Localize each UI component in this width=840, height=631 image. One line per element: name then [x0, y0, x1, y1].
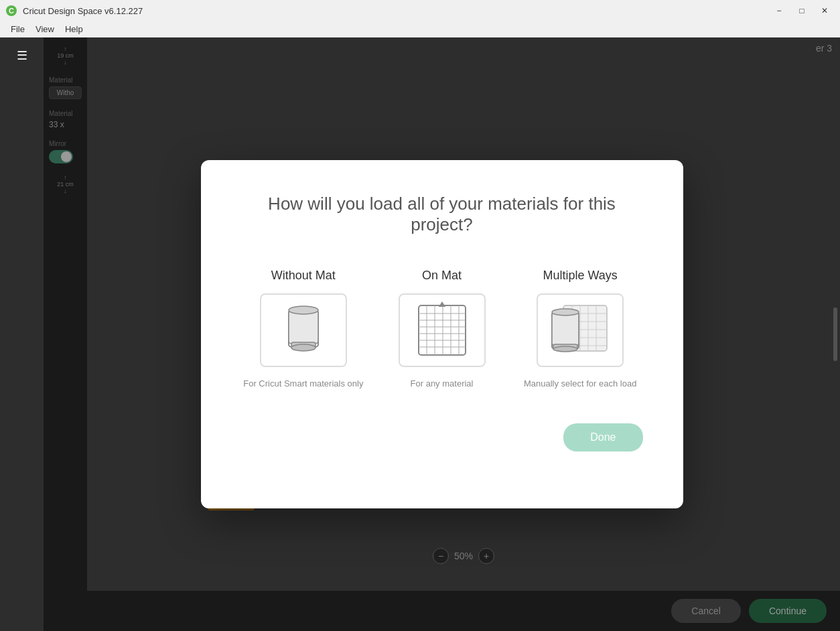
svg-point-4: [289, 306, 318, 314]
done-button[interactable]: Done: [563, 423, 642, 451]
option-without-mat[interactable]: Without Mat F: [241, 269, 366, 390]
svg-rect-31: [552, 312, 579, 346]
menu-help[interactable]: Help: [60, 23, 88, 36]
window-controls: − □ ✕: [769, 3, 835, 19]
menu-bar: File View Help: [0, 21, 840, 38]
multiple-ways-icon: [547, 300, 614, 360]
modal-dialog: How will you load all of your materials …: [201, 160, 683, 508]
hamburger-menu[interactable]: ☰: [11, 43, 33, 68]
svg-point-34: [553, 346, 577, 352]
on-mat-title: On Mat: [422, 269, 462, 283]
menu-file[interactable]: File: [5, 23, 30, 36]
modal-options: Without Mat F: [241, 269, 643, 390]
on-mat-icon-box[interactable]: [399, 293, 486, 367]
svg-point-6: [291, 344, 316, 351]
option-on-mat[interactable]: On Mat: [379, 269, 504, 390]
multiple-ways-desc: Manually select for each load: [524, 378, 636, 390]
menu-view[interactable]: View: [30, 23, 60, 36]
svg-rect-3: [289, 310, 318, 344]
modal-title: How will you load all of your materials …: [241, 194, 643, 235]
svg-point-32: [552, 309, 579, 316]
maximize-button[interactable]: □: [792, 3, 812, 19]
option-multiple-ways[interactable]: Multiple Ways: [518, 269, 643, 390]
main-content: ↑ 19 cm ↓ Material Witho Material 33 x M…: [44, 38, 840, 631]
multiple-ways-icon-box[interactable]: [537, 293, 624, 367]
close-button[interactable]: ✕: [815, 3, 835, 19]
scroll-icon: [277, 303, 330, 357]
without-mat-desc: For Cricut Smart materials only: [243, 378, 363, 390]
without-mat-icon-box[interactable]: [260, 293, 347, 367]
app-background: ☰ ↑ 19 cm ↓ Material Witho Material 33 x…: [0, 38, 840, 631]
svg-text:C: C: [9, 7, 14, 15]
title-bar: C Cricut Design Space v6.12.227 − □ ✕: [0, 0, 840, 21]
app-icon: C: [5, 5, 17, 17]
multiple-ways-title: Multiple Ways: [543, 269, 618, 283]
app-title: Cricut Design Space v6.12.227: [23, 6, 769, 16]
sidebar: ☰: [0, 38, 44, 631]
modal-footer: Done: [241, 423, 643, 451]
svg-marker-19: [439, 301, 445, 307]
without-mat-title: Without Mat: [271, 269, 336, 283]
mat-grid-icon: [412, 300, 472, 360]
minimize-button[interactable]: −: [769, 3, 789, 19]
modal-overlay: How will you load all of your materials …: [44, 38, 840, 631]
on-mat-desc: For any material: [411, 378, 474, 390]
